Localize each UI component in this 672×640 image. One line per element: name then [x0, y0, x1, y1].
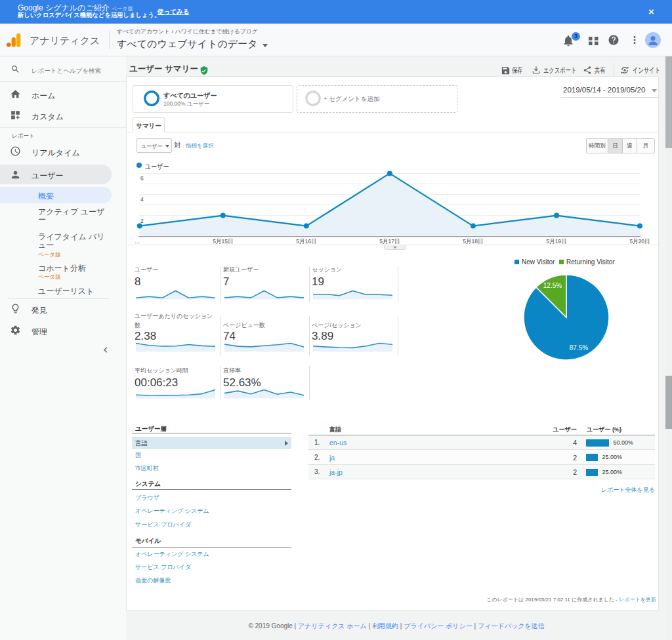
- svg-text:2: 2: [140, 218, 144, 224]
- svg-text:4: 4: [140, 196, 144, 203]
- svg-text:5月18日: 5月18日: [463, 238, 483, 245]
- svg-text:87.5%: 87.5%: [570, 344, 588, 351]
- svg-text:5月16日: 5月16日: [296, 238, 316, 245]
- svg-text:5月20日: 5月20日: [629, 238, 650, 245]
- svg-text:5月19日: 5月19日: [546, 238, 566, 245]
- svg-text:12.5%: 12.5%: [543, 282, 562, 289]
- svg-text:6: 6: [140, 175, 144, 182]
- svg-text:5月17日: 5月17日: [379, 238, 400, 245]
- svg-text:…: …: [135, 238, 140, 245]
- svg-text:5月15日: 5月15日: [213, 238, 233, 245]
